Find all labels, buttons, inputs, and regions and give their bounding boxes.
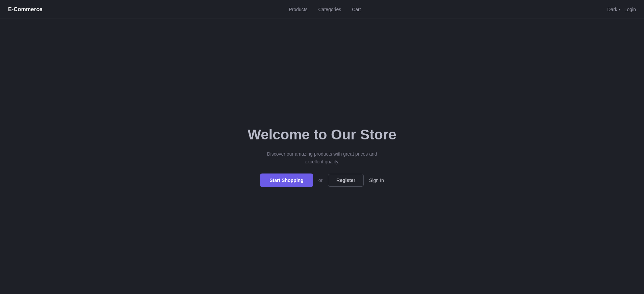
nav-links: Products Categories Cart bbox=[289, 7, 361, 12]
register-button[interactable]: Register bbox=[328, 174, 364, 187]
nav-link-categories[interactable]: Categories bbox=[318, 7, 341, 12]
nav-link-products[interactable]: Products bbox=[289, 7, 307, 12]
theme-label: Dark bbox=[607, 7, 617, 12]
nav-right: Dark ▾ Login bbox=[607, 7, 636, 12]
or-separator: or bbox=[318, 178, 323, 183]
hero-title: Welcome to Our Store bbox=[248, 126, 396, 144]
sign-in-button[interactable]: Sign In bbox=[369, 178, 384, 183]
nav-link-cart[interactable]: Cart bbox=[352, 7, 361, 12]
chevron-down-icon: ▾ bbox=[619, 7, 620, 11]
theme-selector[interactable]: Dark ▾ bbox=[607, 7, 620, 12]
hero-content: Welcome to Our Store Discover our amazin… bbox=[241, 126, 403, 187]
start-shopping-button[interactable]: Start Shopping bbox=[260, 173, 313, 187]
hero-subtitle: Discover our amazing products with great… bbox=[258, 150, 386, 165]
brand-logo[interactable]: E-Commerce bbox=[8, 6, 43, 12]
navbar: E-Commerce Products Categories Cart Dark… bbox=[0, 0, 644, 19]
login-button[interactable]: Login bbox=[624, 7, 636, 12]
hero-section: Welcome to Our Store Discover our amazin… bbox=[0, 19, 644, 294]
hero-actions: Start Shopping or Register Sign In bbox=[260, 173, 384, 187]
